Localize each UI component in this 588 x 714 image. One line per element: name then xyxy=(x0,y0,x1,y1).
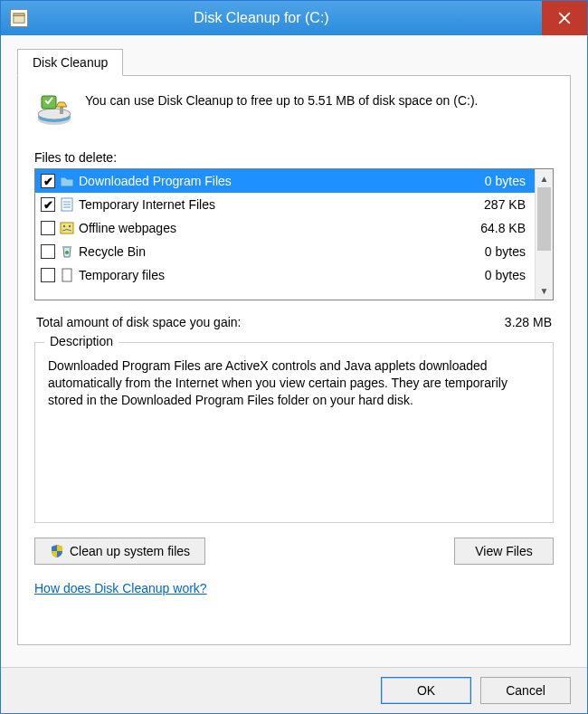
description-legend: Description xyxy=(44,334,119,348)
cleanup-system-files-button[interactable]: Clean up system files xyxy=(34,538,205,565)
scrollbar[interactable]: ▲ ▼ xyxy=(535,169,553,300)
file-item-size: 287 KB xyxy=(459,197,531,212)
window-title: Disk Cleanup for (C:) xyxy=(35,10,542,26)
scroll-up-button[interactable]: ▲ xyxy=(536,169,553,187)
cleanup-system-files-label: Clean up system files xyxy=(70,544,190,558)
titlebar: Disk Cleanup for (C:) xyxy=(1,1,587,35)
shield-icon xyxy=(50,544,64,558)
description-box: Description Downloaded Program Files are… xyxy=(34,342,554,523)
svg-point-6 xyxy=(38,109,71,119)
scroll-thumb[interactable] xyxy=(537,187,551,251)
dialog-buttons: OK Cancel xyxy=(1,667,587,713)
svg-rect-1 xyxy=(14,14,24,16)
scroll-down-button[interactable]: ▼ xyxy=(536,281,553,300)
svg-point-14 xyxy=(63,225,65,227)
ok-button[interactable]: OK xyxy=(381,677,471,704)
svg-point-15 xyxy=(69,225,71,227)
file-icon xyxy=(59,267,75,283)
ok-label: OK xyxy=(417,683,435,698)
svg-rect-8 xyxy=(60,107,63,114)
cancel-label: Cancel xyxy=(506,683,545,698)
close-button[interactable] xyxy=(542,1,587,35)
bin-icon xyxy=(59,243,75,260)
file-item-checkbox[interactable] xyxy=(41,221,55,235)
file-item-size: 0 bytes xyxy=(459,268,531,282)
help-link[interactable]: How does Disk Cleanup work? xyxy=(34,581,554,595)
files-to-delete-label: Files to delete: xyxy=(34,150,554,165)
file-list-item[interactable]: ✔Downloaded Program Files0 bytes xyxy=(35,169,535,193)
file-list: ✔Downloaded Program Files0 bytes✔Tempora… xyxy=(34,168,554,300)
intro-text: You can use Disk Cleanup to free up to 5… xyxy=(85,92,479,109)
svg-point-17 xyxy=(65,251,69,254)
web-icon xyxy=(59,220,75,236)
folder-icon xyxy=(59,173,75,189)
svg-rect-18 xyxy=(62,269,71,281)
intro-section: You can use Disk Cleanup to free up to 5… xyxy=(34,92,554,129)
total-label: Total amount of disk space you gain: xyxy=(36,315,241,329)
file-item-checkbox[interactable] xyxy=(41,244,55,259)
file-item-name: Temporary Internet Files xyxy=(79,197,459,212)
disk-cleanup-icon xyxy=(34,92,74,129)
file-item-checkbox[interactable]: ✔ xyxy=(41,174,55,188)
total-value: 3.28 MB xyxy=(505,315,552,329)
file-item-size: 0 bytes xyxy=(459,174,531,188)
file-item-size: 64.8 KB xyxy=(459,221,531,235)
tab-disk-cleanup[interactable]: Disk Cleanup xyxy=(17,49,123,76)
file-item-name: Recycle Bin xyxy=(79,244,459,259)
file-item-name: Temporary files xyxy=(79,268,459,282)
file-item-name: Downloaded Program Files xyxy=(79,174,459,188)
file-list-item[interactable]: ✔Temporary Internet Files287 KB xyxy=(35,193,535,216)
file-list-item[interactable]: Recycle Bin0 bytes xyxy=(35,240,535,263)
view-files-button[interactable]: View Files xyxy=(454,538,554,565)
app-icon xyxy=(10,9,28,27)
svg-rect-16 xyxy=(62,246,71,248)
file-item-name: Offline webpages xyxy=(79,221,459,235)
cancel-button[interactable]: Cancel xyxy=(480,677,571,704)
doc-icon xyxy=(59,196,75,213)
view-files-label: View Files xyxy=(475,544,533,558)
tab-panel: You can use Disk Cleanup to free up to 5… xyxy=(17,75,571,645)
file-item-checkbox[interactable]: ✔ xyxy=(41,197,55,212)
file-item-size: 0 bytes xyxy=(459,244,531,259)
file-list-item[interactable]: Offline webpages64.8 KB xyxy=(35,216,535,240)
disk-cleanup-window: Disk Cleanup for (C:) Disk Cleanup xyxy=(0,0,588,714)
svg-rect-13 xyxy=(61,223,73,233)
file-list-item[interactable]: Temporary files0 bytes xyxy=(35,263,535,287)
description-text: Downloaded Program Files are ActiveX con… xyxy=(48,357,540,409)
total-row: Total amount of disk space you gain: 3.2… xyxy=(36,315,552,329)
file-item-checkbox[interactable] xyxy=(41,268,55,282)
